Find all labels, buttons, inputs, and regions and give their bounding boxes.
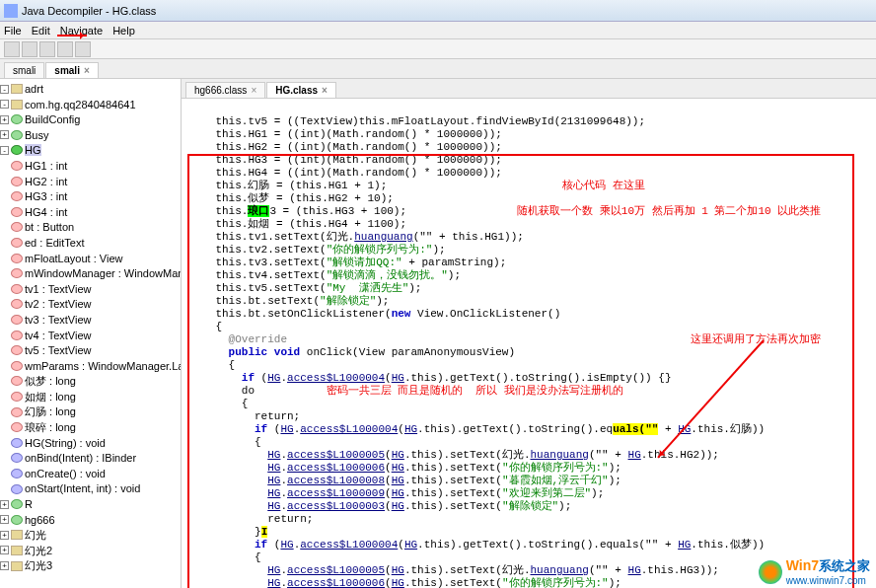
tree-node[interactable]: tv5 : TextView [0,342,181,358]
tree-node[interactable]: tv1 : TextView [0,281,181,297]
expand-toggle-icon[interactable]: + [0,130,9,139]
fld-icon [11,331,23,340]
tree-node[interactable]: 如烟 : long [0,389,181,404]
toolbar-open-icon[interactable] [4,41,20,57]
tree-label: tv2 : TextView [25,298,91,310]
package-explorer[interactable]: -adrt-com.hg.qq2840484641+BuildConfig+Bu… [0,79,182,588]
tree-node[interactable]: +BuildConfig [0,111,181,127]
fld-icon [11,315,23,325]
tree-node[interactable]: tv2 : TextView [0,296,181,312]
expand-toggle-icon[interactable]: - [0,100,9,109]
tree-node[interactable]: -HG [0,142,181,158]
title-bar: Java Decompiler - HG.class [0,0,876,22]
menu-help[interactable]: Help [112,25,135,37]
close-icon[interactable]: × [322,85,328,96]
toolbar-back-icon[interactable] [39,41,55,57]
expand-toggle-icon[interactable]: + [0,546,9,554]
toolbar-save-icon[interactable] [22,41,37,57]
fld-icon [11,191,23,201]
tree-label: tv3 : TextView [25,314,91,326]
tree-node[interactable]: wmParams : WindowManager.Lay [0,358,181,374]
cls-icon [11,499,23,509]
tree-node[interactable]: tv4 : TextView [0,328,181,343]
tree-node[interactable]: HG2 : int [0,174,181,189]
tree-label: HG [25,144,41,156]
expand-toggle-icon[interactable]: - [0,146,9,155]
mth-icon [11,438,23,448]
cls-icon [11,114,23,124]
fld-icon [11,376,23,386]
expand-toggle-icon[interactable]: + [0,561,9,570]
tree-label: 幻光3 [25,559,52,571]
annotation-text: 这里还调用了方法再次加密 [691,333,821,345]
tree-node[interactable]: +hg666 [0,512,181,528]
pkg-icon [11,100,23,110]
fld-icon [11,392,23,402]
tree-label: onCreate() : void [25,467,106,478]
tree-node[interactable]: HG3 : int [0,188,181,204]
tree-label: BuildConfig [25,113,80,125]
tree-node[interactable]: mWindowManager : WindowMan [0,265,181,281]
tree-node[interactable]: 琅碎 : long [0,419,181,435]
pkg-icon [11,530,23,540]
annotation-text: 密码一共三层 而且是随机的 所以 我们是没办法写注册机的 [327,385,623,397]
side-tab[interactable]: smali [4,62,44,78]
toolbar-fwd-icon[interactable] [57,41,73,57]
code-view[interactable]: this.tv5 = ((TextView)this.mFloatLayout.… [182,99,876,588]
menu-file[interactable]: File [4,25,22,37]
fld-icon [11,161,23,171]
tree-node[interactable]: bt : Button [0,219,181,235]
tree-node[interactable]: onBind(Intent) : IBinder [0,450,181,466]
tree-label: 如烟 : long [25,390,76,402]
annotation-text: 核心代码 在这里 [562,180,645,191]
expand-toggle-icon[interactable]: + [0,515,9,524]
menu-edit[interactable]: Edit [32,25,50,37]
fld-icon [11,345,23,355]
tree-node[interactable]: onStart(Intent, int) : void [0,480,181,496]
tree-label: 琅碎 : long [25,421,76,433]
tree-node[interactable]: +幻光 [0,527,181,543]
mth-icon [11,469,23,478]
annotation-line [657,339,765,458]
tree-node[interactable]: +幻光3 [0,557,181,573]
pkg-icon [11,84,23,94]
close-icon[interactable]: × [84,65,90,76]
fld-icon [11,177,23,186]
tree-label: bt : Button [25,221,74,233]
fld-icon [11,299,23,309]
tree-label: Busy [25,128,48,140]
fld-icon [11,268,23,278]
window-title: Java Decompiler - HG.class [22,5,156,17]
tree-node[interactable]: -adrt [0,81,181,97]
expand-toggle-icon[interactable]: + [0,500,9,509]
close-icon[interactable]: × [251,85,256,96]
tree-node[interactable]: HG4 : int [0,204,181,220]
tree-label: 似梦 : long [25,375,76,387]
expand-toggle-icon[interactable]: + [0,115,9,124]
tree-node[interactable]: +R [0,496,181,512]
expand-toggle-icon[interactable]: + [0,531,9,540]
tree-node[interactable]: 似梦 : long [0,373,181,389]
fld-icon [11,422,23,432]
tree-node[interactable]: HG(String) : void [0,435,181,451]
annotation-text: 随机获取一个数 乘以10万 然后再加 1 第二个加10 以此类推 [517,205,821,217]
side-tab-active[interactable]: smali× [45,62,98,78]
expand-toggle-icon[interactable]: - [0,85,9,94]
tree: -adrt-com.hg.qq2840484641+BuildConfig+Bu… [0,81,181,573]
tree-node[interactable]: -com.hg.qq2840484641 [0,97,181,112]
toolbar-search-icon[interactable] [75,41,91,57]
tree-node[interactable]: mFloatLayout : View [0,251,181,266]
tree-label: 幻光 [25,529,46,541]
tree-label: tv1 : TextView [25,282,91,294]
menu-navigate[interactable]: Navigate [60,25,103,37]
tree-label: HG1 : int [25,160,67,172]
tree-node[interactable]: 幻肠 : long [0,404,181,419]
editor-tab[interactable]: hg666.class× [185,82,265,98]
editor-tab-active[interactable]: HG.class× [266,82,336,98]
tree-node[interactable]: HG1 : int [0,158,181,174]
tree-node[interactable]: tv3 : TextView [0,312,181,328]
tree-node[interactable]: ed : EditText [0,235,181,251]
tree-node[interactable]: +幻光2 [0,543,181,558]
tree-node[interactable]: +Busy [0,127,181,143]
tree-node[interactable]: onCreate() : void [0,466,181,481]
